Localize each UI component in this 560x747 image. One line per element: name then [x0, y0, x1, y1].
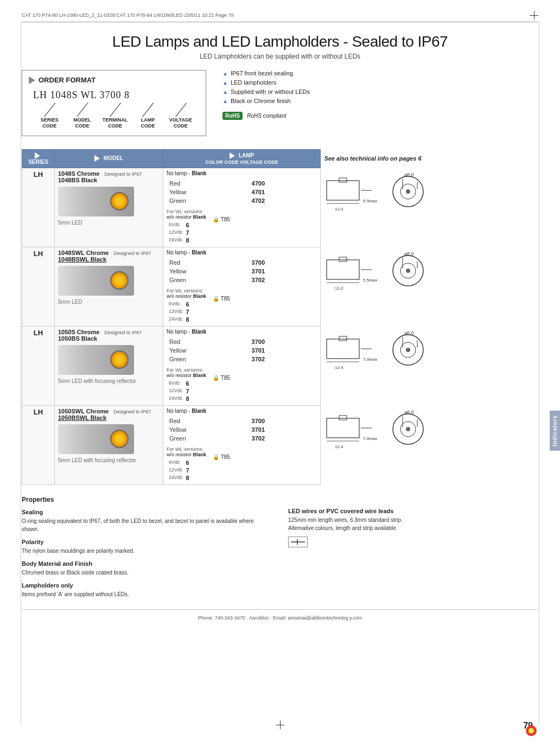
color-code-0: 4702: [250, 197, 316, 205]
tech-diagram-3: ⌀8.0 7.0max 12.4: [324, 407, 427, 456]
color-code-1: 3702: [250, 276, 316, 284]
resistor-row-0: w/o resistor Blank: [167, 214, 206, 220]
voltage-code-3: 8: [185, 475, 190, 481]
lamp-header-line1: LAMP: [239, 152, 254, 158]
voltage-label-1: 12Vdc: [168, 309, 184, 315]
resistor-row-1: w/o resistor Blank: [167, 293, 206, 299]
color-code-1: 3701: [250, 267, 316, 275]
color-name-0: Green: [168, 197, 249, 205]
voltage-code-2: 8: [185, 395, 190, 402]
voltage-code-1: 8: [185, 316, 190, 323]
prop-led-wires-title: LED wires or PVC covered wire leads: [288, 508, 538, 514]
designed-label-2: Designed to IP67: [105, 330, 142, 335]
product-image-1: [58, 266, 134, 296]
designed-label-0: Designed to IP67: [105, 171, 142, 177]
side-tab: Indicators: [550, 411, 560, 451]
svg-point-38: [406, 427, 410, 431]
table-row: LH 1048S Chrome Designed to IP67 1048BS …: [22, 168, 538, 247]
wl-left-3: For WL versions: w/o resistor Blank 6Vdc…: [167, 446, 206, 482]
color-name-0: Yellow: [168, 188, 249, 196]
no-lamp-label-3: No lamp -: [167, 408, 190, 414]
bullets-area: ▲ IP67 front bezel sealing ▲ LED lamphol…: [222, 70, 538, 120]
svg-rect-43: [339, 416, 347, 420]
svg-point-14: [406, 269, 410, 273]
order-code-display: LH 1048S WL 3700 8: [29, 90, 197, 101]
voltage-table-0: 6Vdc612Vdc724Vdc8: [167, 221, 192, 245]
svg-point-26: [406, 348, 410, 352]
lamp-sub-table-1: Red3700Yellow3701Green3702: [167, 258, 317, 285]
diagram-cell-2: ⌀8.0 7.0max 12.4: [321, 326, 538, 405]
top-bar-center: [530, 11, 538, 20]
bullet-3: ▲ Supplied with or without LEDs: [222, 88, 538, 95]
lamp-label-0: 5mm LED: [58, 220, 160, 226]
model-secondary-0: 1048BS Black: [58, 177, 160, 183]
series-cell-2: LH: [22, 326, 55, 405]
wire-symbol: [288, 537, 308, 547]
voltage-code-0: 6: [185, 222, 190, 228]
color-name-2: Green: [168, 355, 249, 363]
color-name-1: Red: [168, 259, 249, 266]
color-name-2: Red: [168, 338, 249, 346]
model-secondary-2: 1050BS Black: [58, 335, 160, 342]
wl-section-2: For WL versions: w/o resistor Blank 6Vdc…: [167, 367, 317, 403]
wl-label-1: For WL versions:: [167, 288, 206, 293]
color-name-1: Green: [168, 276, 249, 284]
prop-polarity-title: Polarity: [22, 539, 272, 545]
lamp-sub-table-3: Red3700Yellow3701Green3702: [167, 416, 317, 443]
model-secondary-3: 1050BSWL Black: [58, 414, 160, 421]
voltage-code-0: 7: [185, 229, 190, 236]
series-cell-1: LH: [22, 247, 55, 326]
main-table: SERIES MODEL LAMP COLOR CODE VOLTAGE COD…: [22, 149, 538, 485]
prop-polarity: Polarity The nylon base mouldings are po…: [22, 539, 272, 555]
voltage-table-3: 6Vdc612Vdc724Vdc8: [167, 458, 192, 482]
voltage-label-1: 24Vdc: [168, 316, 184, 323]
wl-label-0: For WL versions:: [167, 209, 206, 214]
svg-text:⌀8.0: ⌀8.0: [404, 330, 414, 336]
no-lamp-code-2: Blank: [192, 329, 206, 335]
voltage-label-0: 6Vdc: [168, 222, 184, 228]
prop-body-title: Body Material and Finish: [22, 560, 272, 567]
resistor-row-3: w/o resistor Blank: [167, 452, 206, 457]
svg-text:7.0max: 7.0max: [363, 436, 377, 441]
voltage-table-1: 6Vdc612Vdc724Vdc8: [167, 300, 192, 324]
lamp-sub-table-2: Red3700Yellow3701Green3702: [167, 337, 317, 364]
no-lamp-label-1: No lamp -: [167, 250, 190, 256]
voltage-code-0: 8: [185, 237, 190, 244]
lamp-cell-3: No lamp - Blank Red3700Yellow3701Green37…: [163, 405, 321, 484]
logo-icon: [525, 725, 537, 737]
table-header-row: SERIES MODEL LAMP COLOR CODE VOLTAGE COD…: [22, 149, 538, 168]
no-lamp-code-0: Blank: [192, 170, 206, 176]
prop-polarity-text: The nylon base mouldings are polarity ma…: [22, 547, 272, 555]
prop-lampholders-title: Lampholders only: [22, 582, 272, 589]
slash-model: ╱: [64, 104, 100, 116]
bullet-2: ▲ LED lampholders: [222, 79, 538, 86]
tech-diagram-0: ⌀8.0 5.5max 11.0: [324, 170, 427, 219]
bullet-arrow-3: ▲: [222, 89, 228, 95]
table-row: LH 1050S Chrome Designed to IP67 1050BS …: [22, 326, 538, 405]
svg-text:7.0max: 7.0max: [363, 357, 377, 362]
color-code-2: 3700: [250, 338, 316, 346]
lamp-cell-1: No lamp - Blank Red3700Yellow3701Green37…: [163, 247, 321, 326]
order-code-lines: ╱ ╱ ╱ ╱ ╱ SERIESCODE MODELCODE TERMINALC…: [29, 104, 197, 129]
svg-text:12.4: 12.4: [335, 365, 343, 370]
series-code-label: SERIESCODE: [33, 117, 66, 129]
product-image-2: [58, 345, 134, 375]
top-bar: CAT 170 P74-80 LH-1090-LED_2_11-0328:CAT…: [22, 11, 538, 22]
voltage-code-1: 6: [185, 301, 190, 308]
prop-led-wires: LED wires or PVC covered wire leads 125m…: [288, 508, 538, 547]
triangle-right-icon: [29, 76, 35, 84]
temp-value-3: T85: [221, 454, 230, 460]
color-name-0: Red: [168, 180, 249, 187]
temp-row-1: 🔒 T85: [213, 296, 230, 324]
voltage-label-1: 6Vdc: [168, 301, 184, 308]
color-code-2: 3701: [250, 347, 316, 354]
svg-rect-42: [327, 418, 359, 438]
color-code-3: 3702: [250, 435, 316, 442]
product-image-0: [58, 187, 134, 216]
svg-text:12.4: 12.4: [335, 444, 343, 449]
footer: Phone: 740-343-3470 · Ascobloc · Email: …: [22, 609, 538, 621]
prop-lampholders: Lampholders only Items prefixed 'A' are …: [22, 582, 272, 598]
wl-section-3: For WL versions: w/o resistor Blank 6Vdc…: [167, 446, 317, 482]
temp-value-0: T85: [221, 216, 230, 222]
voltage-label-2: 24Vdc: [168, 395, 184, 402]
